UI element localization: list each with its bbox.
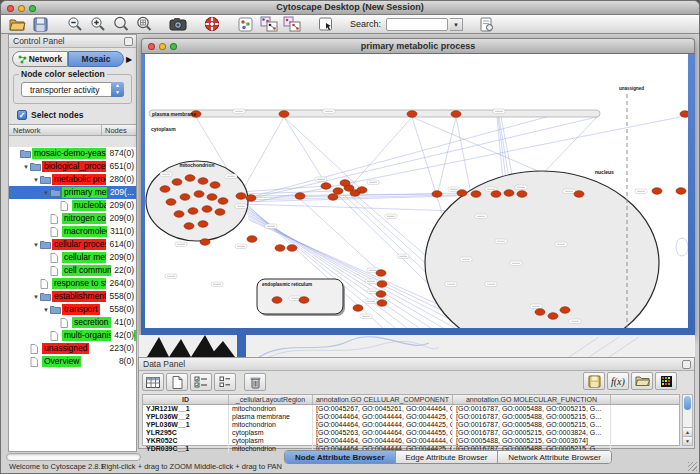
annotation-button[interactable] [315,16,336,33]
network-canvas[interactable]: plasma membrane cytoplasm mitochondrion … [145,54,688,328]
tree-row-biological-process[interactable]: ▼biological_process651(0) [9,160,136,173]
tree-row-metabolic-process[interactable]: ▼metabolic process280(0) [9,173,136,186]
minimize-button[interactable] [18,5,25,12]
zoom-button[interactable] [29,5,36,12]
zoom-in-button[interactable] [87,16,108,33]
network-close-button[interactable] [148,43,155,50]
tree-row-transport[interactable]: ▼transport558(0) [9,303,136,316]
gene-node[interactable] [451,111,461,118]
zoom-selected-button[interactable] [110,16,131,33]
gene-node[interactable] [180,194,190,201]
gene-node[interactable] [340,180,350,187]
table-row-ykr052c[interactable]: YKR052Ccytoplasm[GO:0044464, GO:0044446,… [143,437,679,445]
gene-node[interactable] [471,191,481,198]
gene-node[interactable] [376,270,386,277]
gene-node[interactable] [353,305,363,312]
disclosure-triangle[interactable]: ▼ [32,177,40,183]
gene-node[interactable] [210,182,220,189]
snapshot-button[interactable] [167,16,188,33]
gene-node[interactable] [236,193,246,200]
tree-header-nodes[interactable]: Nodes [102,125,136,135]
tree-row-macromolecule[interactable]: macromolecule311(0) [9,225,136,238]
search-dropdown-button[interactable]: ▼ [450,18,463,31]
zoom-out-button[interactable] [64,16,85,33]
gene-node[interactable] [377,281,387,288]
search-config-button[interactable] [476,16,497,33]
tree-row-mosaic-demo-yeast[interactable]: mosaic-demo-yeast874(0) [9,147,136,160]
gene-node[interactable] [185,175,195,182]
gene-node[interactable] [376,291,386,298]
network-zoom-button[interactable] [170,43,177,50]
column-header[interactable]: ID [143,395,229,404]
gene-node[interactable] [328,194,338,201]
disclosure-triangle[interactable]: ▼ [32,294,40,300]
gene-node[interactable] [491,191,501,198]
gene-node[interactable] [200,239,210,246]
node-color-dropdown[interactable]: transporter activity ▲▼ [21,82,124,97]
tab-network[interactable]: Network [12,51,68,67]
network-window-titlebar[interactable]: primary metabolic process [141,38,695,54]
gene-node[interactable] [504,190,514,197]
gene-node[interactable] [517,191,527,198]
gene-node[interactable] [560,307,570,314]
gene-node[interactable] [432,191,442,198]
gene-node[interactable] [184,223,194,230]
gene-node[interactable] [247,236,257,243]
resize-grip[interactable] [688,462,697,471]
gene-node[interactable] [272,297,282,304]
gene-node[interactable] [377,300,387,307]
gene-node[interactable] [279,111,289,118]
tree-row-nucleobase-[interactable]: nucleobase-209(0) [9,199,136,212]
gene-node[interactable] [188,208,198,215]
tree-header-network[interactable]: Network [9,125,102,135]
disclosure-triangle[interactable]: ▼ [32,242,40,248]
close-button[interactable] [7,5,14,12]
window-titlebar[interactable]: Cytoscape Desktop (New Session) [1,1,699,15]
tree-row-cellular-process[interactable]: ▼cellular process614(0) [9,238,136,251]
gene-node[interactable] [321,183,331,190]
network-view-window[interactable]: primary metabolic process plasma membran… [141,38,695,335]
disclosure-triangle[interactable]: ▼ [22,164,30,170]
tree-row-cellular-metabo[interactable]: cellular metabo209(0) [9,251,136,264]
scroll-up-icon[interactable]: ▲ [683,427,692,436]
tab-mosaic[interactable]: Mosaic [68,51,124,67]
gene-node[interactable] [166,199,176,206]
table-row-ypl036w__1[interactable]: YPL036W__1mitochondrion[GO:0044464, GO:0… [143,421,679,429]
gene-node[interactable] [652,188,662,195]
tree-row-overview[interactable]: Overview8(0) [9,355,136,368]
save-session-button[interactable] [30,16,51,33]
gene-node[interactable] [295,193,305,200]
table-scrollbar[interactable]: ▲ ▼ [682,394,693,446]
data-panel-float-icon[interactable] [682,360,691,369]
compare-networks-button[interactable] [281,16,302,33]
gene-node[interactable] [407,111,417,118]
tree-row-secretion[interactable]: secretion41(0) [9,316,136,329]
gene-node[interactable] [198,221,208,228]
gene-node[interactable] [207,194,217,201]
network-minimize-button[interactable] [159,43,166,50]
gene-node[interactable] [194,191,204,198]
column-header[interactable]: annotation.GO CELLULAR_COMPONENT [313,395,453,404]
tree-row-cell-communicat[interactable]: cell communicat22(0) [9,264,136,277]
tree-row-primary-metabo[interactable]: ▼primary metabo209(... [9,186,136,199]
gene-node[interactable] [160,186,170,193]
table-row-ylr295c[interactable]: YLR295Ccytoplasm[GO:0045263, GO:0044464,… [143,429,679,437]
create-attribute-button[interactable] [166,373,188,391]
table-row-yjr121w__1[interactable]: YJR121W__1mitochondrion[GO:0045267, GO:0… [143,405,679,413]
dropdown-stepper-icon[interactable]: ▲▼ [111,82,124,97]
tree-row-nitrogen-compo[interactable]: nitrogen compo209(0) [9,212,136,225]
zoom-fit-button[interactable] [133,16,154,33]
float-panel-icon[interactable] [124,37,133,46]
disclosure-triangle[interactable]: ▼ [42,190,50,196]
gene-node[interactable] [333,188,343,195]
select-all-attributes-button[interactable] [190,373,212,391]
select-attributes-button[interactable] [142,373,164,391]
scrollbar-thumb[interactable] [684,396,691,410]
gene-node[interactable] [215,209,225,216]
tree-row-response-to-stimul[interactable]: response to stimul264(0) [9,277,136,290]
tab-overflow-arrow[interactable]: ▶ [124,55,134,64]
gene-node[interactable] [574,191,584,198]
gene-node[interactable] [457,190,467,197]
scroll-down-icon[interactable]: ▼ [683,436,692,445]
matrix-view-button[interactable] [655,372,677,390]
